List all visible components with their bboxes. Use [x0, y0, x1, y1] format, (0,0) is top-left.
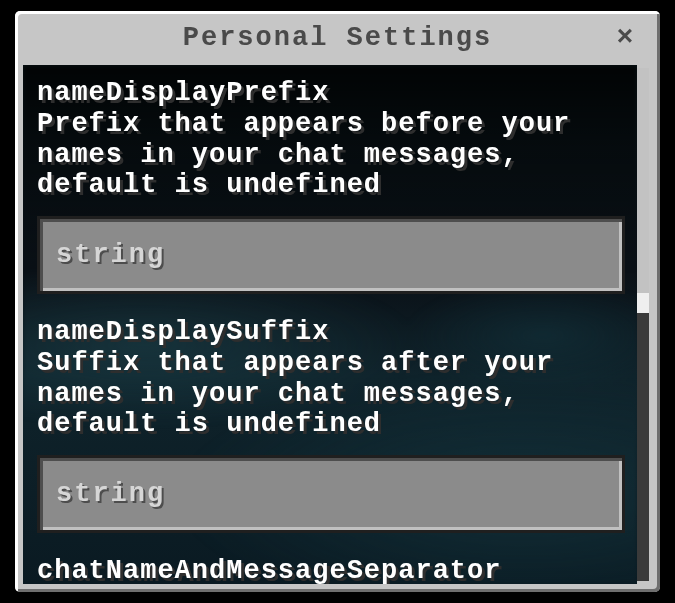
content-wrap: nameDisplayPrefix Prefix that appears be…: [23, 65, 652, 584]
content-panel: nameDisplayPrefix Prefix that appears be…: [23, 65, 637, 584]
setting-key: nameDisplaySuffix: [37, 318, 617, 346]
setting-item: nameDisplayPrefix Prefix that appears be…: [37, 79, 617, 294]
setting-key: chatNameAndMessageSeparator: [37, 557, 617, 584]
scrollbar-thumb-highlight[interactable]: [637, 293, 649, 313]
setting-input-name-display-suffix[interactable]: string: [37, 455, 625, 533]
setting-desc: Prefix that appears before your names in…: [37, 109, 597, 200]
scrollbar[interactable]: [637, 68, 649, 581]
setting-item: nameDisplaySuffix Suffix that appears af…: [37, 318, 617, 533]
scrollbar-thumb[interactable]: [637, 68, 649, 293]
setting-key: nameDisplayPrefix: [37, 79, 617, 107]
scroll-area: nameDisplayPrefix Prefix that appears be…: [23, 65, 637, 584]
setting-item: chatNameAndMessageSeparator: [37, 557, 617, 584]
setting-desc: Suffix that appears after your names in …: [37, 348, 597, 439]
setting-input-name-display-prefix[interactable]: string: [37, 216, 625, 294]
window-title: Personal Settings: [183, 23, 492, 53]
titlebar: Personal Settings ×: [15, 11, 660, 65]
close-button[interactable]: ×: [612, 25, 640, 53]
settings-window: Personal Settings × nameDisplayPrefix Pr…: [12, 8, 663, 595]
close-icon: ×: [617, 20, 635, 51]
